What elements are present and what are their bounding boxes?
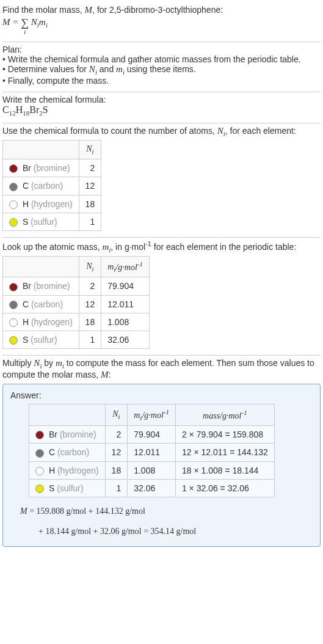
m-cell: 32.06: [128, 479, 176, 497]
element-cell: H (hydrogen): [29, 461, 106, 479]
element-swatch: [9, 200, 18, 209]
n-cell: 12: [79, 295, 101, 313]
final-line1: M = 159.808 g/mol + 144.132 g/mol: [10, 505, 313, 518]
m-cell: 32.06: [101, 331, 150, 349]
element-swatch: [9, 218, 18, 227]
m-cell: 1.008: [101, 313, 150, 331]
n-cell: 2: [79, 159, 101, 177]
m-cell: 79.904: [101, 277, 150, 295]
table-row: H (hydrogen) 18: [3, 195, 101, 213]
intro-section: Find the molar mass, M, for 2,5-dibromo-…: [2, 2, 321, 42]
n-cell: 1: [105, 479, 128, 497]
intro-line: Find the molar mass, M, for 2,5-dibromo-…: [2, 5, 321, 15]
answer-table: Ni mi/g·mol-1 mass/g·mol-1 Br (bromine) …: [29, 404, 275, 497]
element-cell: S (sulfur): [3, 331, 79, 349]
mass-cell: 2 × 79.904 = 159.808: [175, 425, 274, 443]
table-row: Br (bromine) 2 79.904 2 × 79.904 = 159.8…: [29, 425, 275, 443]
element-swatch: [9, 301, 18, 309]
header-ni: Ni: [79, 141, 101, 159]
mass-cell: 1 × 32.06 = 32.06: [175, 479, 274, 497]
element-cell: C (carbon): [29, 444, 106, 461]
element-cell: Br (bromine): [3, 277, 79, 295]
answer-box: Answer: Ni mi/g·mol-1 mass/g·mol-1 Br (b…: [2, 384, 321, 547]
element-swatch: [9, 164, 18, 173]
element-cell: C (carbon): [3, 295, 79, 313]
element-cell: S (sulfur): [29, 479, 106, 497]
answer-label: Answer:: [10, 390, 313, 400]
chemical-formula: C12H18Br2S: [2, 104, 321, 117]
plan-bullet-1: • Write the chemical formula and gather …: [2, 54, 321, 64]
element-swatch: [35, 431, 44, 439]
header-mass: mass/g·mol-1: [175, 404, 274, 425]
m-cell: 12.011: [101, 295, 150, 313]
n-cell: 12: [105, 444, 128, 461]
table-row: C (carbon) 12 12.011: [3, 295, 150, 313]
formula-section: Write the chemical formula: C12H18Br2S: [2, 92, 321, 123]
n-cell: 12: [79, 177, 101, 195]
element-cell: C (carbon): [3, 177, 79, 195]
table-row: Br (bromine) 2: [3, 159, 101, 177]
count-table: Ni Br (bromine) 2 C (carbon) 12 H (hydro…: [2, 140, 101, 231]
formula-title: Write the chemical formula:: [2, 95, 321, 104]
header-mi: mi/g·mol-1: [101, 256, 150, 277]
n-cell: 18: [79, 195, 101, 213]
element-cell: S (sulfur): [3, 213, 79, 230]
m-cell: 79.904: [128, 425, 176, 443]
mass-table: Ni mi/g·mol-1 Br (bromine) 2 79.904 C (c…: [2, 256, 150, 349]
plan-bullet-2: • Determine values for Ni and mi using t…: [2, 64, 321, 76]
intro-equation: M = ∑i Nimi: [2, 15, 321, 35]
header-ni: Ni: [105, 404, 128, 425]
multiply-title: Multiply Ni by mi to compute the mass fo…: [2, 358, 321, 380]
element-swatch: [35, 449, 44, 458]
element-swatch: [35, 485, 44, 493]
table-row: H (hydrogen) 18 1.008 18 × 1.008 = 18.14…: [29, 461, 275, 479]
table-row: S (sulfur) 1 32.06 1 × 32.06 = 32.06: [29, 479, 275, 497]
table-row: C (carbon) 12: [3, 177, 101, 195]
count-section: Use the chemical formula to count the nu…: [2, 123, 321, 237]
element-swatch: [9, 183, 18, 191]
count-title: Use the chemical formula to count the nu…: [2, 126, 321, 137]
n-cell: 18: [79, 313, 101, 331]
n-cell: 1: [79, 213, 101, 230]
mass-title: Look up the atomic mass, mi, in g·mol-1 …: [2, 240, 321, 254]
multiply-section: Multiply Ni by mi to compute the mass fo…: [2, 356, 321, 553]
element-cell: Br (bromine): [3, 159, 79, 177]
table-row: H (hydrogen) 18 1.008: [3, 313, 150, 331]
plan-bullet-3: • Finally, compute the mass.: [2, 76, 321, 86]
n-cell: 2: [79, 277, 101, 295]
element-swatch: [9, 283, 18, 291]
m-cell: 12.011: [128, 444, 176, 461]
element-swatch: [9, 336, 18, 345]
header-mi: mi/g·mol-1: [128, 404, 176, 425]
element-swatch: [35, 467, 44, 475]
element-swatch: [9, 318, 18, 327]
m-cell: 1.008: [128, 461, 176, 479]
final-line2: + 18.144 g/mol + 32.06 g/mol = 354.14 g/…: [10, 525, 313, 538]
plan-title: Plan:: [2, 45, 321, 54]
n-cell: 2: [105, 425, 128, 443]
element-cell: Br (bromine): [29, 425, 106, 443]
mass-cell: 12 × 12.011 = 144.132: [175, 444, 274, 461]
n-cell: 1: [79, 331, 101, 349]
table-row: S (sulfur) 1: [3, 213, 101, 230]
table-row: Br (bromine) 2 79.904: [3, 277, 150, 295]
n-cell: 18: [105, 461, 128, 479]
header-ni: Ni: [79, 256, 101, 277]
table-row: S (sulfur) 1 32.06: [3, 331, 150, 349]
element-cell: H (hydrogen): [3, 195, 79, 213]
plan-section: Plan: • Write the chemical formula and g…: [2, 42, 321, 92]
mass-cell: 18 × 1.008 = 18.144: [175, 461, 274, 479]
mass-section: Look up the atomic mass, mi, in g·mol-1 …: [2, 238, 321, 355]
table-row: C (carbon) 12 12.011 12 × 12.011 = 144.1…: [29, 444, 275, 461]
element-cell: H (hydrogen): [3, 313, 79, 331]
